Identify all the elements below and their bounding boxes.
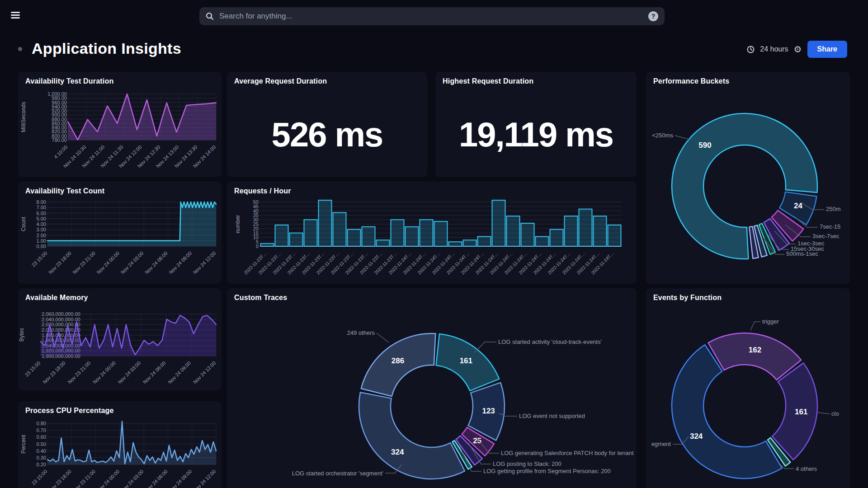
svg-text:Nov 24 00:00: Nov 24 00:00 (92, 360, 117, 385)
svg-text:23 15:00: 23 15:00 (24, 360, 42, 378)
donut-slice-label: clo (831, 410, 839, 417)
events-by-function-svg: 162161324 (646, 288, 850, 488)
header-controls: 24 hours ⚙ Share (747, 41, 847, 58)
donut-slice-label: <250ms (652, 132, 673, 139)
svg-text:0.40: 0.40 (37, 448, 46, 454)
donut-slice-label: 4 others (796, 465, 817, 472)
process-cpu-percentage-svg: 0.800.700.600.500.400.300.2023 15:00Nov … (18, 401, 222, 488)
svg-text:0.80: 0.80 (37, 421, 46, 426)
donut-slice-label: egment (651, 441, 671, 447)
svg-text:7.00: 7.00 (37, 205, 46, 210)
svg-text:286: 286 (392, 357, 404, 365)
clock-icon[interactable] (747, 46, 755, 53)
panel-title: Highest Request Duration (443, 77, 533, 85)
svg-text:8.00: 8.00 (37, 199, 46, 205)
panel-events-by-function: Events by Function 162161324triggercloeg… (646, 288, 850, 488)
average-request-duration-value: 526 ms (227, 115, 427, 154)
svg-text:0.60: 0.60 (37, 434, 46, 440)
available-memory-svg: 2,060,000,000.002,040,000,000.002,020,00… (18, 288, 222, 390)
svg-text:3.00: 3.00 (37, 227, 46, 232)
svg-text:162: 162 (749, 346, 761, 354)
donut-slice-label: 3sec-7sec (812, 233, 839, 239)
availability-test-count-svg: 8.007.006.005.004.003.002.001.000.0023 1… (18, 182, 222, 284)
panel-availability-test-count: Availability Test Count 8.007.006.005.00… (18, 182, 222, 284)
svg-text:0.20: 0.20 (37, 462, 46, 467)
svg-text:324: 324 (391, 448, 404, 456)
svg-text:2,040,000,000.00: 2,040,000,000.00 (42, 317, 80, 322)
requests-hour-svg: 504540353025201510502022-11-23T…2022-11-… (227, 182, 637, 284)
svg-text:123: 123 (482, 407, 495, 415)
svg-text:Nov 24 00:00: Nov 24 00:00 (96, 250, 121, 275)
svg-text:Nov 24 03:00: Nov 24 03:00 (120, 469, 145, 488)
donut-slice-label: 500ms-1sec (786, 250, 818, 257)
svg-text:0.00: 0.00 (37, 244, 46, 249)
settings-gear-icon[interactable]: ⚙ (794, 45, 802, 54)
svg-text:0.50: 0.50 (37, 441, 46, 447)
svg-text:4.00: 4.00 (37, 221, 46, 227)
svg-text:Nov 24 12:00: Nov 24 12:00 (192, 250, 217, 275)
svg-text:23 15:00: 23 15:00 (31, 469, 48, 486)
hamburger-menu-icon[interactable] (11, 12, 20, 19)
donut-slice-label: LOG generating Salesforce PATCH body for… (501, 450, 634, 456)
svg-text:0.70: 0.70 (37, 427, 46, 433)
panel-requests-per-hour: Requests / Hour 504540353025201510502022… (227, 182, 637, 284)
custom-traces-svg: 16112325324286 (227, 288, 637, 488)
dashboard-screen: ? Application Insights 24 hours ⚙ Share … (0, 0, 868, 488)
svg-text:Nov 23 21:00: Nov 23 21:00 (71, 469, 96, 488)
svg-text:number: number (235, 215, 241, 234)
svg-text:Nov 24 00:00: Nov 24 00:00 (96, 469, 121, 488)
svg-text:Nov 23 21:00: Nov 23 21:00 (67, 360, 92, 385)
svg-text:25: 25 (473, 436, 481, 445)
panel-available-memory: Available Memory 2,060,000,000.002,040,0… (18, 288, 222, 390)
panel-title: Average Request Duration (234, 77, 327, 85)
title-dot (18, 47, 22, 51)
help-icon[interactable]: ? (648, 11, 658, 21)
svg-text:6.00: 6.00 (37, 211, 46, 216)
donut-slice-label: LOG getting profile from Segment Persona… (483, 468, 611, 474)
svg-text:1.00: 1.00 (37, 238, 46, 244)
page-title: Application Insights (32, 40, 181, 57)
svg-text:24: 24 (794, 202, 802, 210)
svg-text:23 15:00: 23 15:00 (31, 250, 48, 268)
svg-text:2,060,000,000.00: 2,060,000,000.00 (42, 311, 80, 317)
svg-text:Nov 23 18:00: Nov 23 18:00 (47, 250, 72, 275)
svg-text:2,020,000,000.00: 2,020,000,000.00 (42, 322, 80, 327)
svg-text:Nov 24 03:00: Nov 24 03:00 (117, 360, 142, 385)
donut-slice-label: LOG started orchestrator 'segment' (292, 470, 383, 477)
svg-text:Nov 24 06:00: Nov 24 06:00 (144, 469, 169, 488)
donut-slice-label: trigger (762, 318, 779, 325)
panel-average-request-duration: Average Request Duration 526 ms (227, 72, 427, 177)
svg-text:Nov 24 09:00: Nov 24 09:00 (168, 250, 193, 275)
svg-text:324: 324 (690, 432, 703, 441)
svg-text:161: 161 (795, 408, 807, 416)
svg-text:4 10:00: 4 10:00 (53, 144, 68, 160)
svg-text:Nov 23 21:00: Nov 23 21:00 (71, 250, 96, 275)
time-range-label[interactable]: 24 hours (760, 45, 788, 53)
panel-process-cpu-percentage: Process CPU Percentage 0.800.700.600.500… (18, 401, 222, 488)
donut-slice-label: LOG started activity 'cloud-track-events… (498, 338, 602, 345)
search-icon (206, 12, 214, 20)
svg-text:2.00: 2.00 (37, 233, 46, 238)
svg-text:Nov 24 09:00: Nov 24 09:00 (168, 469, 193, 488)
svg-text:161: 161 (460, 357, 472, 365)
svg-text:Nov 23 18:00: Nov 23 18:00 (42, 360, 66, 385)
search-bar[interactable]: ? (199, 7, 665, 25)
svg-text:Bytes: Bytes (19, 328, 25, 342)
svg-text:Nov 24 06:00: Nov 24 06:00 (142, 360, 167, 385)
svg-text:0.30: 0.30 (37, 455, 46, 460)
svg-text:5.00: 5.00 (37, 216, 46, 221)
svg-text:Nov 24 09:00: Nov 24 09:00 (167, 360, 192, 385)
donut-slice-label: LOG event not supported (519, 413, 585, 419)
svg-text:0: 0 (256, 244, 259, 249)
availability-test-duration-svg: 1,000.00980.00960.00940.00920.00900.0088… (18, 72, 222, 177)
top-bar: ? (0, 0, 868, 31)
svg-text:Nov 24 12:00: Nov 24 12:00 (192, 360, 217, 385)
search-input[interactable] (218, 11, 648, 21)
svg-text:Nov 24 03:00: Nov 24 03:00 (120, 250, 145, 275)
panel-availability-test-duration: Availability Test Duration 1,000.00980.0… (18, 72, 222, 177)
panel-highest-request-duration: Highest Request Duration 19,119 ms (435, 72, 637, 177)
share-button[interactable]: Share (807, 41, 847, 58)
svg-text:Nov 23 18:00: Nov 23 18:00 (47, 469, 72, 488)
svg-text:780.00: 780.00 (52, 137, 67, 143)
donut-slice-label: 250m (826, 206, 841, 212)
